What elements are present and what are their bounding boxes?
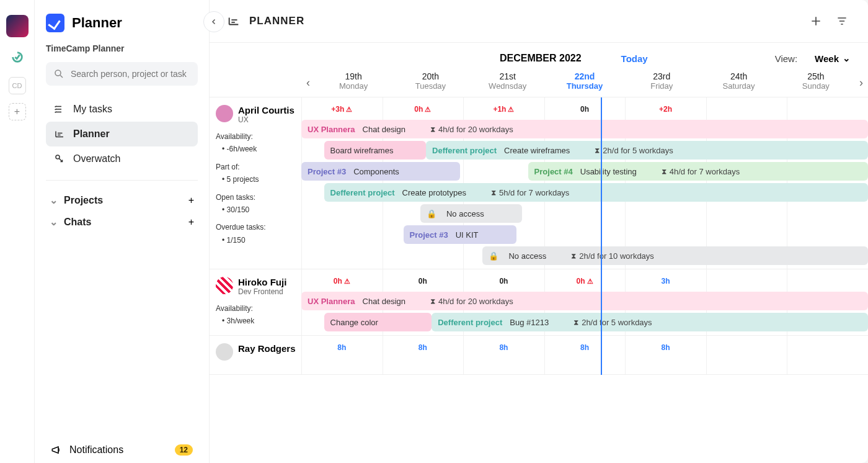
avatar [216, 105, 233, 122]
person-name: Hiroko Fuji [238, 277, 286, 287]
workspace-name: TimeCamp Planner [46, 43, 198, 53]
task-bar[interactable]: Project #3Components [301, 162, 460, 181]
task-bar[interactable]: Defferent projectBug #1213⧗2h/d for 5 wo… [432, 313, 868, 331]
task-allocation: ⧗5h/d for 7 workdays [491, 188, 569, 197]
task-project: UX Plannera [308, 297, 355, 306]
person-row: April CourtisUXAvailability:• -6h/weekPa… [210, 97, 868, 269]
task-allocation: ⧗2h/d for 5 workdays [574, 318, 652, 327]
app-cd-badge[interactable]: CD [9, 77, 26, 94]
view-select[interactable]: Week⌄ [815, 53, 851, 64]
task-project: Defferent project [432, 146, 497, 155]
hourglass-icon: ⧗ [491, 188, 496, 197]
nav-label: Planner [73, 128, 110, 140]
day-header: ‹ 19thMonday20thTuesday21stWednsday22ndT… [210, 69, 868, 97]
task-bar[interactable]: UX PlanneraChat design⧗4h/d for 20 workd… [301, 120, 868, 138]
brand: Planner [46, 14, 198, 32]
task-allocation: ⧗4h/d for 20 workdays [430, 125, 513, 134]
nav-my-tasks[interactable]: My tasks [46, 97, 198, 122]
svg-point-0 [55, 70, 61, 76]
search-input[interactable] [46, 62, 198, 86]
person-name: Ray Rodgers [238, 343, 296, 354]
hourglass-icon: ⧗ [571, 251, 576, 260]
divider [46, 180, 198, 181]
day-column: 25thSunday [777, 69, 854, 97]
planner-grid: ‹ 19thMonday20thTuesday21stWednsday22ndT… [210, 69, 868, 463]
topbar: PLANNER [210, 0, 868, 43]
app-timecamp-icon[interactable] [6, 46, 29, 68]
today-button[interactable]: Today [621, 53, 648, 64]
brand-title: Planner [72, 15, 122, 31]
task-bar[interactable]: UX PlanneraChat design⧗4h/d for 20 workd… [301, 292, 868, 310]
prev-week-button[interactable]: ‹ [301, 76, 315, 89]
search-icon [53, 68, 64, 79]
nav-overwatch[interactable]: Overwatch [46, 146, 198, 171]
day-column: 24thSaturday [700, 69, 777, 97]
task-name: Board wireframes [330, 146, 394, 155]
task-bar[interactable]: Board wireframes [324, 141, 427, 160]
notifications-badge: 12 [175, 444, 193, 456]
lock-icon: 🔒 [489, 251, 498, 261]
add-button[interactable] [807, 12, 825, 30]
add-chat-button[interactable]: + [188, 217, 194, 228]
app-target-icon[interactable] [6, 15, 29, 37]
task-bar[interactable]: Change color [324, 313, 432, 331]
hourglass-icon: ⧗ [662, 167, 666, 176]
task-bar[interactable]: Project #3UI KIT [404, 225, 517, 244]
task-bar[interactable]: Defferent projectCreate prototypes⧗5h/d … [324, 183, 868, 202]
avatar [216, 343, 233, 361]
person-info: Ray Rodgers [210, 336, 301, 374]
task-allocation: ⧗2h/d for 5 workdays [595, 146, 673, 155]
search-field[interactable] [71, 69, 190, 79]
collapse-sidebar-button[interactable] [203, 11, 224, 32]
task-name: Change color [330, 318, 378, 327]
person-info: Hiroko FujiDev FrontendAvailability:• 3h… [210, 269, 301, 335]
add-project-button[interactable]: + [188, 195, 194, 206]
section-chats[interactable]: ⌄Chats + [46, 211, 198, 233]
hourglass-icon: ⧗ [430, 297, 435, 305]
task-name: Create prototypes [402, 188, 466, 197]
calendar-header: DECEMBER 2022 Today View: Week⌄ [210, 43, 868, 69]
nav-label: My tasks [73, 104, 112, 115]
view-value: Week [815, 53, 839, 64]
person-role: UX [238, 115, 294, 124]
task-allocation: ⧗4h/d for 20 workdays [430, 297, 513, 306]
planner-icon [227, 14, 241, 28]
task-bar[interactable]: Defferent projectCreate wireframes⧗2h/d … [426, 141, 868, 160]
planner-icon [53, 128, 66, 140]
nav-label: Overwatch [73, 153, 120, 164]
task-allocation: ⧗4h/d for 7 workdays [662, 167, 740, 176]
task-project: Defferent project [330, 188, 395, 197]
add-app-button[interactable]: + [9, 103, 26, 120]
notifications[interactable]: Notifications 12 [46, 437, 198, 463]
lock-icon: 🔒 [427, 209, 436, 218]
task-project: Defferent project [438, 318, 502, 327]
hourglass-icon: ⧗ [574, 318, 578, 326]
task-name: Chat design [363, 125, 405, 134]
chevron-down-icon: ⌄ [50, 216, 58, 228]
task-bar[interactable]: 🔒No access [420, 204, 523, 223]
now-line [601, 97, 602, 375]
person-role: Dev Frontend [238, 287, 286, 296]
day-column: 23rdFriday [623, 69, 700, 97]
app-rail: CD + [0, 0, 35, 463]
person-lanes: 0h⚠0h0h0h⚠3hUX PlanneraChat design⧗4h/d … [301, 269, 868, 335]
task-name: No access [446, 209, 484, 218]
filter-button[interactable] [833, 12, 851, 30]
chevron-left-icon [210, 18, 218, 25]
task-project: Project #3 [410, 230, 448, 240]
page-title: PLANNER [249, 15, 304, 27]
task-project: UX Plannera [308, 125, 355, 134]
person-name: April Courtis [238, 105, 294, 115]
task-bar[interactable]: Project #4Usability testing⧗4h/d for 7 w… [528, 162, 868, 181]
person-info: April CourtisUXAvailability:• -6h/weekPa… [210, 97, 301, 269]
next-week-button[interactable]: › [854, 76, 868, 89]
task-name: Usability testing [580, 167, 637, 176]
day-column: 22ndThursday [546, 69, 623, 97]
day-column: 21stWednsday [469, 69, 546, 97]
svg-point-2 [56, 155, 60, 159]
megaphone-icon [51, 444, 62, 456]
task-project: Project #4 [534, 167, 573, 176]
section-projects[interactable]: ⌄Projects + [46, 189, 198, 211]
nav-planner[interactable]: Planner [46, 122, 198, 146]
task-bar[interactable]: 🔒No access⧗2h/d for 10 workdays [482, 246, 868, 265]
